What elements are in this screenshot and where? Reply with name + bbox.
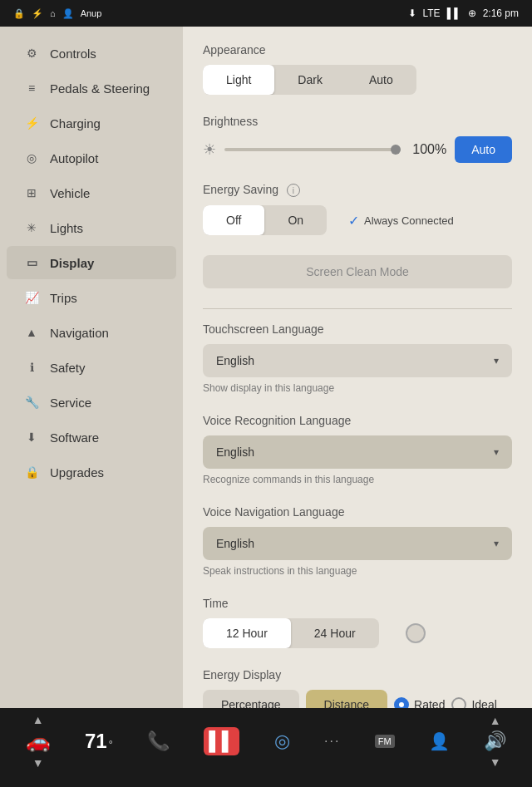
voice-navigation-value: English [216,537,254,550]
energy-display-percentage-btn[interactable]: Percentage [203,690,299,708]
sidebar-item-display[interactable]: ▭ Display [7,246,176,279]
divider-1 [203,308,512,309]
brightness-section: Brightness ☀ 100% Auto [203,115,512,163]
energy-display-section: Energy Display Percentage Distance Rated… [203,668,512,708]
time-12hr-btn[interactable]: 12 Hour [203,618,291,648]
taskbar-item-volume[interactable]: ▲ 🔊 ▼ [484,714,506,769]
sidebar-item-upgrades[interactable]: 🔒 Upgrades [7,455,176,489]
energy-ideal-label: Ideal [471,698,496,708]
safety-icon: ℹ [23,359,40,376]
energy-saving-on-btn[interactable]: On [264,205,327,235]
energy-ideal-radio[interactable] [451,697,466,708]
taskbar-item-dots[interactable]: ··· [324,734,340,749]
phone-icon: 📞 [147,730,170,752]
sidebar-item-autopilot[interactable]: ◎ Autopilot [7,141,176,175]
taskbar-item-person[interactable]: 👤 [429,731,450,751]
energy-saving-off-btn[interactable]: Off [203,205,264,235]
energy-display-row: Percentage Distance Rated Ideal [203,690,512,708]
download-icon: ⬇ [408,7,416,19]
taskbar-item-temp[interactable]: 71 ° [85,730,113,753]
volume-icon: 🔊 [484,730,506,752]
media-icon: ▌▌ [204,727,239,755]
energy-saving-btn-group: Off On [203,205,327,235]
always-connected-checkmark: ✓ [348,213,359,229]
taskbar-item-fm[interactable]: FM [375,735,395,748]
time-title: Time [203,597,512,610]
display-icon: ▭ [23,254,40,271]
sidebar-item-lights[interactable]: ✳ Lights [7,211,176,244]
brightness-sun-icon: ☀ [203,140,216,159]
taskbar-item-media[interactable]: ▌▌ [204,727,239,755]
taskbar: ▲ 🚗 ▼ 71 ° 📞 ▌▌ ◎ ··· FM 👤 ▲ 🔊 ▼ [0,708,532,775]
screen-clean-section: Screen Clean Mode [203,255,512,288]
screen-clean-btn[interactable]: Screen Clean Mode [203,255,512,288]
lock-icon: 🔒 [13,8,25,19]
voice-navigation-dropdown[interactable]: English ▾ [203,527,512,560]
energy-ideal-option[interactable]: Ideal [451,697,496,708]
appearance-title: Appearance [203,43,512,57]
voice-recognition-dropdown[interactable]: English ▾ [203,435,512,469]
taskbar-item-camera[interactable]: ◎ [274,730,290,752]
username: Anup [81,8,102,18]
sidebar-item-vehicle[interactable]: ⊞ Vehicle [7,176,176,209]
temp-value: 71 [85,730,107,753]
touchscreen-language-title: Touchscreen Language [203,322,512,336]
time-btn-group: 12 Hour 24 Hour [203,618,379,648]
brightness-auto-btn[interactable]: Auto [455,136,512,163]
taskbar-up-arrow-left: ▲ [32,713,44,726]
taskbar-down-arrow-right: ▼ [490,755,501,769]
energy-rated-option[interactable]: Rated [394,697,445,708]
vehicle-icon: ⊞ [23,184,40,201]
touchscreen-language-arrow-icon: ▾ [494,355,499,366]
signal-icon: ▌▌ [447,7,461,19]
fm-label: FM [375,735,395,748]
appearance-auto-btn[interactable]: Auto [346,65,416,95]
sidebar-item-safety[interactable]: ℹ Safety [7,351,176,384]
always-connected-option[interactable]: ✓ Always Connected [348,213,454,229]
upgrades-icon: 🔒 [23,464,40,480]
appearance-light-btn[interactable]: Light [203,65,274,95]
sidebar-item-service[interactable]: 🔧 Service [7,386,176,419]
pedals-icon: ≡ [23,80,40,96]
brightness-row: ☀ 100% Auto [203,136,512,163]
appearance-dark-btn[interactable]: Dark [274,65,346,95]
sidebar-item-charging[interactable]: ⚡ Charging [7,106,176,140]
touchscreen-language-dropdown[interactable]: English ▾ [203,344,512,377]
voice-recognition-value: English [216,445,254,459]
voice-navigation-title: Voice Navigation Language [203,505,512,519]
bluetooth-icon: ⊕ [468,7,476,19]
energy-saving-row: Off On ✓ Always Connected [203,205,512,235]
time-section: Time 12 Hour 24 Hour [203,597,512,648]
content-area: Appearance Light Dark Auto Brightness ☀ … [183,27,532,708]
energy-display-title: Energy Display [203,668,512,681]
voice-recognition-section: Voice Recognition Language English ▾ Rec… [203,414,512,485]
taskbar-item-car[interactable]: ▲ 🚗 ▼ [26,713,51,770]
energy-rated-radio[interactable] [394,697,409,708]
time-24hr-btn[interactable]: 24 Hour [291,618,379,648]
sidebar-item-controls[interactable]: ⚙ Controls [7,37,176,70]
sidebar-item-trips[interactable]: 📈 Trips [7,281,176,314]
temp-unit: ° [109,739,113,750]
lte-indicator: LTE [423,7,441,19]
voice-navigation-section: Voice Navigation Language English ▾ Spea… [203,505,512,577]
car-icon: 🚗 [26,730,51,753]
brightness-title: Brightness [203,115,512,128]
brightness-slider[interactable] [224,148,401,151]
person-icon: 👤 [429,731,450,751]
voice-recognition-arrow-icon: ▾ [494,446,499,458]
touchscreen-language-section: Touchscreen Language English ▾ Show disp… [203,322,512,394]
sidebar-item-software[interactable]: ⬇ Software [7,421,176,454]
charging-icon: ⚡ [23,115,40,131]
sidebar-item-navigation[interactable]: ▲ Navigation [7,316,176,349]
user-icon: 👤 [62,8,74,19]
touchscreen-language-sub: Show display in this language [203,382,512,394]
voice-recognition-title: Voice Recognition Language [203,414,512,427]
voice-navigation-arrow-icon: ▾ [494,538,499,549]
voice-navigation-sub: Speak instructions in this language [203,565,512,577]
taskbar-item-phone[interactable]: 📞 [147,730,170,752]
energy-display-distance-btn[interactable]: Distance [306,690,387,708]
taskbar-down-arrow-left: ▼ [32,756,44,770]
energy-saving-info-icon[interactable]: i [287,184,300,197]
sidebar-item-pedals[interactable]: ≡ Pedals & Steering [7,71,176,105]
time-toggle[interactable] [406,623,426,643]
